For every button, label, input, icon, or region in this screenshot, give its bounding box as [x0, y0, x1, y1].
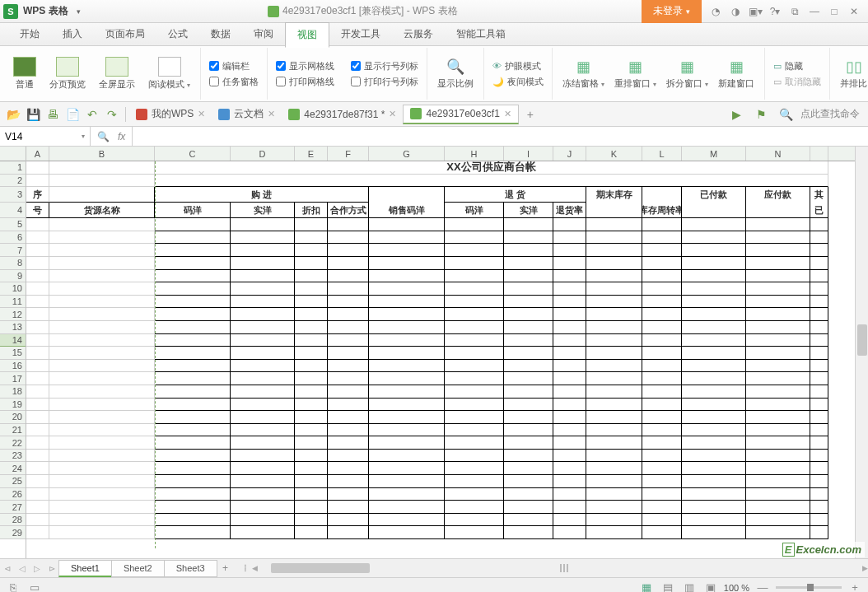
- cell[interactable]: [49, 514, 155, 527]
- cell[interactable]: [231, 424, 295, 437]
- tab-nav-last-icon[interactable]: ⊳: [44, 561, 59, 576]
- cell[interactable]: [682, 347, 746, 360]
- cell[interactable]: 号: [26, 203, 49, 218]
- cell[interactable]: [26, 321, 49, 334]
- cell[interactable]: [295, 372, 328, 385]
- cell[interactable]: [810, 514, 828, 527]
- cell[interactable]: [49, 360, 155, 373]
- cell[interactable]: [504, 424, 553, 437]
- fx-search-icon[interactable]: 🔍: [97, 131, 110, 142]
- doc-tab-云文档[interactable]: 云文档✕: [212, 105, 282, 124]
- vertical-scrollbar[interactable]: [855, 147, 868, 558]
- cell[interactable]: [810, 257, 828, 270]
- cell[interactable]: [642, 321, 682, 334]
- cell[interactable]: [295, 308, 328, 321]
- undo-icon[interactable]: ↶: [84, 106, 100, 123]
- cell[interactable]: 已: [810, 203, 828, 218]
- cell[interactable]: [810, 347, 828, 360]
- row-header-29[interactable]: 29: [0, 526, 26, 539]
- cell[interactable]: [746, 399, 810, 412]
- cell[interactable]: [504, 488, 553, 501]
- cell[interactable]: [682, 296, 746, 309]
- cell[interactable]: [810, 399, 828, 412]
- cell[interactable]: [328, 526, 369, 539]
- cell[interactable]: [26, 270, 49, 283]
- cell[interactable]: [810, 270, 828, 283]
- cell[interactable]: [155, 372, 231, 385]
- cell[interactable]: 库存周转率: [642, 203, 682, 218]
- cell[interactable]: [328, 231, 369, 245]
- cell[interactable]: [26, 488, 49, 501]
- cell[interactable]: [553, 411, 586, 424]
- col-header-C[interactable]: C: [155, 147, 231, 161]
- cell[interactable]: [49, 462, 155, 475]
- check-显示行号列标[interactable]: 显示行号列标: [351, 60, 418, 72]
- cell[interactable]: 合作方式: [328, 203, 369, 218]
- cell[interactable]: [746, 231, 810, 245]
- horizontal-scroll-thumb[interactable]: [271, 563, 370, 573]
- cell[interactable]: [295, 501, 328, 514]
- cell[interactable]: [586, 257, 642, 270]
- cell[interactable]: [26, 282, 49, 296]
- cell[interactable]: [682, 360, 746, 373]
- row-header-12[interactable]: 12: [0, 308, 26, 321]
- sheet-tab-Sheet2[interactable]: Sheet2: [111, 560, 165, 577]
- cell[interactable]: [26, 231, 49, 245]
- cell[interactable]: [231, 244, 295, 257]
- cell[interactable]: [682, 424, 746, 437]
- cell[interactable]: [49, 282, 155, 296]
- cell[interactable]: [586, 424, 642, 437]
- cell[interactable]: [553, 257, 586, 270]
- cell[interactable]: [746, 411, 810, 424]
- cell[interactable]: [445, 475, 504, 488]
- cell[interactable]: [682, 218, 746, 231]
- cell[interactable]: [26, 372, 49, 385]
- cell[interactable]: [553, 372, 586, 385]
- close-tab-icon[interactable]: ✕: [268, 109, 275, 119]
- cell[interactable]: [553, 296, 586, 309]
- cell[interactable]: [810, 526, 828, 539]
- cell[interactable]: [369, 308, 445, 321]
- row-header-9[interactable]: 9: [0, 270, 26, 283]
- status-icon-1[interactable]: ⎘: [5, 580, 21, 593]
- cell[interactable]: [295, 462, 328, 475]
- cell[interactable]: [369, 282, 445, 296]
- tab-nav-prev-icon[interactable]: ◁: [15, 561, 30, 576]
- cell[interactable]: [445, 372, 504, 385]
- cell[interactable]: [553, 321, 586, 334]
- select-all-corner[interactable]: [0, 147, 26, 161]
- cell[interactable]: [682, 257, 746, 270]
- cell[interactable]: [586, 218, 642, 231]
- cell[interactable]: [445, 321, 504, 334]
- cell[interactable]: 应付款: [746, 187, 810, 203]
- cell[interactable]: [810, 244, 828, 257]
- cell[interactable]: 实洋: [504, 203, 553, 218]
- cell[interactable]: [445, 450, 504, 463]
- cell[interactable]: [445, 399, 504, 412]
- cell[interactable]: [504, 334, 553, 347]
- row-header-18[interactable]: 18: [0, 385, 26, 399]
- menu-公式[interactable]: 公式: [156, 22, 199, 46]
- app-dropdown-icon[interactable]: ▾: [73, 7, 84, 16]
- cell[interactable]: [295, 334, 328, 347]
- cell[interactable]: [504, 501, 553, 514]
- cell[interactable]: [328, 501, 369, 514]
- cell[interactable]: 退货率: [553, 203, 586, 218]
- cell[interactable]: [328, 257, 369, 270]
- cell[interactable]: [328, 270, 369, 283]
- check-护眼模式[interactable]: 👁护眼模式: [492, 60, 544, 72]
- cell[interactable]: [231, 526, 295, 539]
- cell[interactable]: [369, 257, 445, 270]
- cell[interactable]: [642, 187, 682, 203]
- cell[interactable]: [642, 360, 682, 373]
- cell[interactable]: [586, 334, 642, 347]
- cell[interactable]: [328, 321, 369, 334]
- cell[interactable]: [231, 282, 295, 296]
- cell[interactable]: [746, 347, 810, 360]
- cell[interactable]: [746, 203, 810, 218]
- cell[interactable]: [231, 436, 295, 450]
- col-header-J[interactable]: J: [553, 147, 586, 161]
- cell[interactable]: [49, 424, 155, 437]
- cell[interactable]: [26, 424, 49, 437]
- cell[interactable]: [586, 308, 642, 321]
